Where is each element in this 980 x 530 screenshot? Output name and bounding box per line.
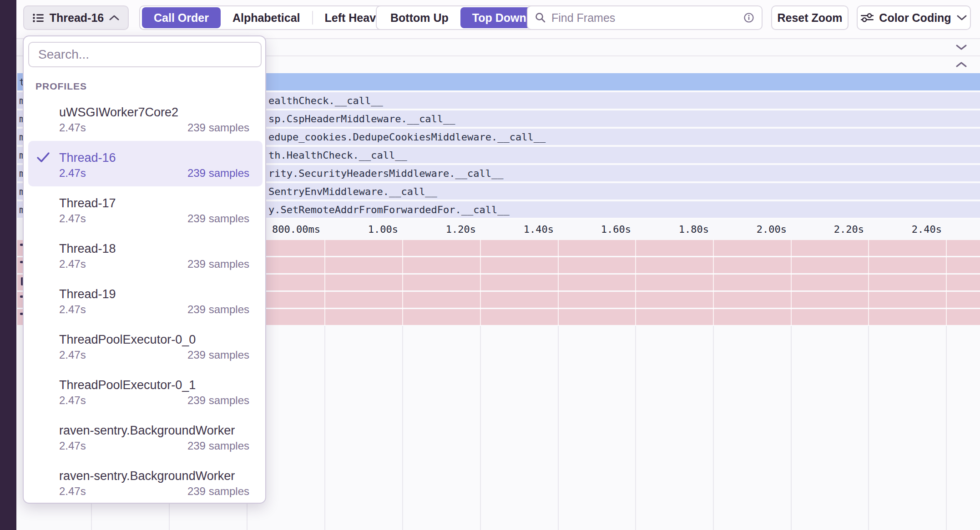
gridline: [868, 240, 869, 325]
gridline: [635, 326, 636, 530]
profile-sample-count: 239 samples: [187, 121, 249, 135]
color-coding-button[interactable]: Color Coding: [857, 5, 971, 30]
profile-duration: 2.47s: [59, 439, 86, 453]
chevron-down-icon: [955, 44, 967, 50]
profile-duration: 2.47s: [59, 121, 86, 135]
time-axis-tick-label: 1.80s: [636, 220, 709, 240]
list-icon: [33, 13, 44, 23]
profile-sample-count: 239 samples: [187, 303, 249, 316]
frame-label: SentryEnvMiddleware.__call__: [268, 186, 437, 197]
gridline: [635, 240, 636, 325]
sort-segmented-control: Call OrderAlphabeticalLeft Heavy: [139, 5, 397, 30]
profile-list-item[interactable]: raven-sentry.BackgroundWorker2.47s239 sa…: [28, 459, 263, 505]
thread-selector-button[interactable]: Thread-16: [23, 5, 129, 30]
frame-label: rity.SecurityHeadersMiddleware.__call__: [268, 168, 504, 179]
profile-name: Thread-17: [59, 195, 249, 211]
find-frames-input[interactable]: [551, 11, 739, 25]
chevron-down-icon: [957, 15, 967, 20]
color-coding-label: Color Coding: [879, 11, 951, 25]
profile-name: Thread-19: [59, 286, 249, 302]
gridline: [324, 240, 325, 325]
frame-label: ealthCheck.__call__: [268, 95, 383, 106]
dropdown-search-input[interactable]: [28, 42, 262, 67]
profile-name: uWSGIWorker7Core2: [59, 105, 249, 120]
profile-sample-count: 239 samples: [187, 485, 249, 498]
sliders-icon: [861, 13, 874, 22]
profile-list-item[interactable]: uWSGIWorker7Core22.47s239 samples: [28, 95, 263, 141]
profiles-section-label: PROFILES: [35, 80, 87, 93]
profile-duration: 2.47s: [59, 485, 86, 498]
reset-zoom-button[interactable]: Reset Zoom: [771, 5, 849, 30]
profile-list-item[interactable]: Thread-172.47s239 samples: [28, 186, 263, 232]
profiles-list: uWSGIWorker7Core22.47s239 samplesThread-…: [28, 95, 263, 505]
profile-duration: 2.47s: [59, 348, 86, 362]
gridline: [480, 326, 481, 530]
time-axis-tick-label: 1.20s: [403, 220, 476, 240]
app-sidebar-strip: [0, 0, 16, 530]
gridline: [402, 240, 403, 325]
thread-dropdown-menu: PROFILES uWSGIWorker7Core22.47s239 sampl…: [23, 35, 266, 504]
sort-option-alphabetical[interactable]: Alphabetical: [221, 7, 312, 28]
gridline: [324, 326, 325, 530]
profile-duration: 2.47s: [59, 212, 86, 225]
profile-list-item[interactable]: ThreadPoolExecutor-0_12.47s239 samples: [28, 368, 263, 414]
frame-label: sp.CspHeaderMiddleware.__call__: [268, 113, 455, 125]
search-icon: [535, 12, 546, 23]
toolbar: Thread-16 Call OrderAlphabeticalLeft Hea…: [0, 0, 980, 39]
profile-list-item[interactable]: ThreadPoolExecutor-0_02.47s239 samples: [28, 323, 263, 368]
profile-name: raven-sentry.BackgroundWorker: [59, 468, 249, 484]
time-axis-tick-label: 1.40s: [481, 220, 554, 240]
time-axis-tick-label: 2.00s: [714, 220, 787, 240]
gridline: [558, 240, 559, 325]
gridline: [868, 326, 869, 530]
section-collapse-toggle[interactable]: [955, 44, 967, 50]
profile-name: Thread-18: [59, 241, 249, 256]
profile-name: ThreadPoolExecutor-0_0: [59, 332, 249, 347]
profile-duration: 2.47s: [59, 257, 86, 271]
profile-sample-count: 239 samples: [187, 212, 249, 225]
gridline: [480, 240, 481, 325]
sort-option-call-order[interactable]: Call Order: [142, 7, 221, 28]
thread-selector-label: Thread-16: [50, 11, 104, 25]
gridline: [713, 326, 714, 530]
profile-list-item[interactable]: Thread-162.47s239 samples: [28, 141, 263, 186]
info-icon[interactable]: [743, 12, 754, 23]
profile-sample-count: 239 samples: [187, 257, 249, 271]
frame-label: th.HealthCheck.__call__: [268, 150, 407, 161]
section-expand-toggle[interactable]: [955, 61, 967, 68]
direction-segmented-control: Bottom UpTop Down: [376, 5, 541, 30]
time-axis-tick-label: 2.40s: [869, 220, 942, 240]
gridline: [946, 240, 947, 325]
direction-option-bottom-up[interactable]: Bottom Up: [379, 7, 460, 28]
profile-list-item[interactable]: Thread-192.47s239 samples: [28, 277, 263, 323]
frame-label: edupe_cookies.DedupeCookiesMiddleware.__…: [268, 131, 546, 143]
profile-list-item[interactable]: raven-sentry.BackgroundWorker2.47s239 sa…: [28, 414, 263, 459]
gridline: [558, 326, 559, 530]
profile-sample-count: 239 samples: [187, 348, 249, 362]
profile-name: raven-sentry.BackgroundWorker: [59, 423, 249, 438]
gridline: [713, 240, 714, 325]
find-frames-field[interactable]: [527, 5, 763, 30]
profile-sample-count: 239 samples: [187, 439, 249, 453]
profile-name: ThreadPoolExecutor-0_1: [59, 377, 249, 393]
profile-name: Thread-16: [59, 150, 249, 165]
chevron-up-icon: [109, 15, 119, 20]
profile-duration: 2.47s: [59, 166, 86, 180]
time-axis-tick-label: 1.60s: [558, 220, 631, 240]
profile-list-item[interactable]: Thread-182.47s239 samples: [28, 232, 263, 277]
time-axis-tick-label: 1.00s: [325, 220, 398, 240]
chevron-up-icon: [955, 61, 967, 68]
frame-label: y.SetRemoteAddrFromForwardedFor.__call__: [268, 204, 510, 215]
profiler-page: { "toolbar": { "thread_button": { "label…: [0, 0, 980, 530]
profile-sample-count: 239 samples: [187, 166, 249, 180]
reset-zoom-label: Reset Zoom: [777, 11, 842, 25]
profile-sample-count: 239 samples: [187, 394, 249, 407]
gridline: [402, 326, 403, 530]
gridline: [791, 240, 792, 325]
profile-duration: 2.47s: [59, 303, 86, 316]
time-axis-tick-label: 2.20s: [791, 220, 864, 240]
gridline: [791, 326, 792, 530]
profile-duration: 2.47s: [59, 394, 86, 407]
checkmark-icon: [36, 152, 50, 163]
gridline: [946, 326, 947, 530]
